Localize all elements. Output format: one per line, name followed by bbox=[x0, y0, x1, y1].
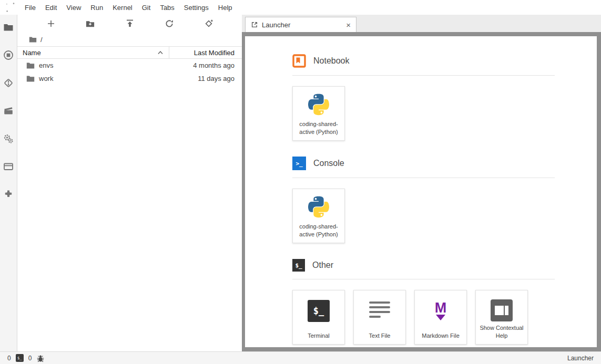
folder-icon bbox=[26, 75, 35, 82]
launcher-icon bbox=[251, 21, 258, 28]
column-header-last-modified[interactable]: Last Modified bbox=[169, 49, 242, 57]
card-label: Show Contextual Help bbox=[476, 324, 527, 339]
section-title: Notebook bbox=[313, 56, 350, 66]
folder-icon bbox=[29, 36, 37, 43]
menu-run[interactable]: Run bbox=[86, 2, 108, 14]
breadcrumb-root[interactable]: / bbox=[40, 36, 43, 44]
text-file-icon bbox=[368, 297, 392, 325]
section-header: Notebook bbox=[292, 54, 555, 68]
new-folder-button[interactable] bbox=[84, 17, 97, 30]
folder-icon bbox=[3, 22, 14, 33]
notebook-icon bbox=[292, 54, 306, 68]
python-logo-icon bbox=[305, 93, 332, 120]
menu-view[interactable]: View bbox=[62, 2, 86, 14]
menu-kernel[interactable]: Kernel bbox=[108, 2, 137, 14]
card-label: coding-shared-active (Python) bbox=[293, 223, 344, 238]
upload-button[interactable] bbox=[124, 17, 136, 30]
menu-tabs[interactable]: Tabs bbox=[155, 2, 179, 14]
sidebar-item-extension-manager[interactable] bbox=[3, 189, 14, 200]
python-logo-icon bbox=[305, 195, 332, 223]
column-header-name[interactable]: Name bbox=[17, 47, 169, 58]
launcher-card-terminal[interactable]: $_ Terminal bbox=[292, 290, 345, 345]
close-icon[interactable]: × bbox=[346, 21, 351, 29]
card-row: coding-shared-active (Python) bbox=[292, 189, 555, 243]
launcher-section-console: >_ Console bbox=[292, 157, 555, 243]
launcher-section-notebook: Notebook coding- bbox=[292, 54, 555, 141]
kernels-count: 0 bbox=[7, 355, 11, 362]
breadcrumb[interactable]: / bbox=[17, 33, 242, 46]
menu-git[interactable]: Git bbox=[137, 2, 156, 14]
column-name-label: Name bbox=[23, 49, 41, 57]
sidebar-item-running-sessions[interactable] bbox=[3, 50, 14, 60]
section-divider bbox=[292, 75, 555, 76]
file-modified: 4 months ago bbox=[193, 61, 242, 69]
contextual-help-icon bbox=[491, 297, 513, 324]
file-name: envs bbox=[39, 61, 53, 69]
launcher-card-markdown-file[interactable]: M Markdown File bbox=[414, 290, 467, 345]
dock-content: Notebook coding- bbox=[242, 32, 601, 351]
jupyter-logo-icon bbox=[5, 2, 16, 13]
file-name: work bbox=[39, 75, 53, 82]
upload-icon bbox=[125, 19, 135, 28]
tab-launcher[interactable]: Launcher × bbox=[245, 17, 356, 32]
launcher-panel: Notebook coding- bbox=[245, 36, 597, 347]
section-header: $_ Other bbox=[292, 259, 555, 272]
section-title: Console bbox=[313, 159, 344, 168]
terminal-icon: $_ bbox=[308, 300, 330, 322]
terminal-icon: $_ bbox=[292, 259, 305, 272]
menu-edit[interactable]: Edit bbox=[40, 2, 62, 14]
card-label: Terminal bbox=[306, 332, 331, 339]
main-dock-panel: Launcher × Notebook bbox=[242, 15, 601, 351]
card-label: Text File bbox=[368, 332, 392, 339]
plus-icon bbox=[46, 19, 56, 28]
workspace: / Name Last Modified envs 4 months ago w… bbox=[0, 15, 601, 351]
file-modified: 11 days ago bbox=[198, 75, 242, 82]
sidebar-item-file-browser[interactable] bbox=[3, 22, 14, 33]
menu-bar: File Edit View Run Kernel Git Tabs Setti… bbox=[0, 0, 601, 15]
section-title: Other bbox=[312, 261, 333, 270]
launcher-card-notebook-python[interactable]: coding-shared-active (Python) bbox=[292, 86, 345, 141]
folder-icon bbox=[26, 62, 35, 69]
launcher-card-console-python[interactable]: coding-shared-active (Python) bbox=[292, 189, 345, 243]
new-launcher-button[interactable] bbox=[45, 17, 57, 30]
gears-icon bbox=[3, 133, 14, 144]
launcher-card-text-file[interactable]: Text File bbox=[353, 290, 406, 345]
git-icon bbox=[3, 78, 14, 88]
stop-circle-icon bbox=[3, 50, 14, 60]
git-clone-icon bbox=[204, 19, 213, 28]
left-activity-bar bbox=[0, 15, 17, 351]
sidebar-item-git[interactable] bbox=[3, 78, 14, 88]
status-bar: 0 $_ 0 Launcher bbox=[0, 351, 601, 364]
current-activity-label: Launcher bbox=[567, 355, 594, 362]
sidebar-item-pipeline[interactable] bbox=[3, 106, 14, 116]
section-divider bbox=[292, 178, 555, 178]
file-browser-toolbar bbox=[17, 15, 242, 33]
launcher-section-other: $_ Other $_ Terminal bbox=[292, 259, 555, 345]
panel-icon bbox=[3, 161, 14, 172]
menu-help[interactable]: Help bbox=[213, 2, 237, 14]
menu-file[interactable]: File bbox=[20, 2, 40, 14]
section-divider bbox=[292, 279, 555, 279]
running-status[interactable]: 0 $_ 0 bbox=[7, 354, 45, 362]
bug-icon[interactable] bbox=[36, 354, 45, 362]
sidebar-item-property-inspector[interactable] bbox=[3, 161, 14, 172]
sort-ascending-icon bbox=[157, 50, 164, 55]
launcher-card-contextual-help[interactable]: Show Contextual Help bbox=[475, 290, 528, 345]
refresh-icon bbox=[165, 19, 174, 28]
section-header: >_ Console bbox=[292, 157, 555, 170]
card-row: $_ Terminal bbox=[292, 290, 555, 345]
file-list-header: Name Last Modified bbox=[17, 46, 242, 59]
git-clone-button[interactable] bbox=[202, 17, 215, 30]
menu-settings[interactable]: Settings bbox=[179, 2, 213, 14]
card-label: coding-shared-active (Python) bbox=[293, 120, 344, 136]
file-row-work[interactable]: work 11 days ago bbox=[17, 72, 242, 85]
refresh-button[interactable] bbox=[163, 17, 176, 30]
tab-bar: Launcher × bbox=[242, 15, 601, 32]
sidebar-item-settings-manager[interactable] bbox=[3, 133, 14, 144]
markdown-icon: M bbox=[435, 301, 447, 320]
file-row-envs[interactable]: envs 4 months ago bbox=[17, 59, 242, 72]
terminals-count: 0 bbox=[28, 355, 32, 362]
file-browser-panel: / Name Last Modified envs 4 months ago w… bbox=[17, 15, 242, 351]
tab-label: Launcher bbox=[262, 21, 290, 29]
card-label: Markdown File bbox=[420, 332, 461, 339]
